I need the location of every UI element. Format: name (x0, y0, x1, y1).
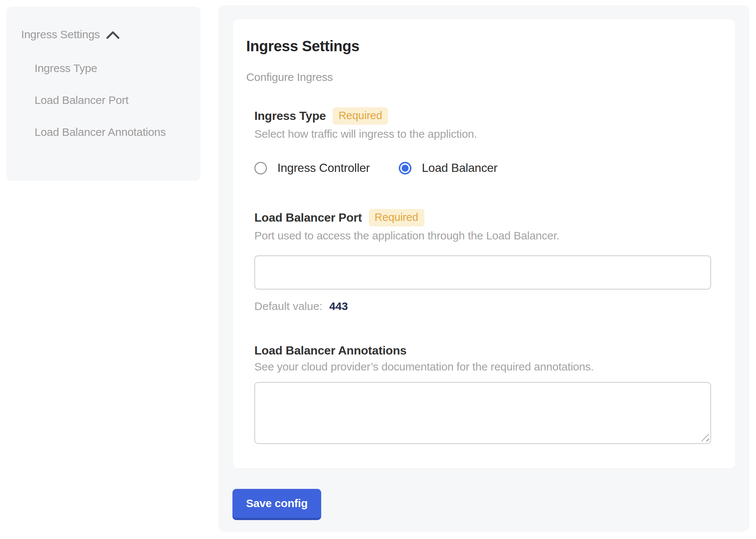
sidebar-item-load-balancer-port[interactable]: Load Balancer Port (35, 90, 168, 111)
sidebar-group-toggle[interactable]: Ingress Settings (21, 28, 186, 41)
load-balancer-annotations-textarea[interactable] (254, 382, 711, 444)
section-description: See your cloud provider’s documentation … (254, 360, 713, 373)
required-badge: Required (369, 209, 424, 226)
ingress-type-radio-group: Ingress Controller Load Balancer (254, 161, 713, 175)
section-label: Ingress Type (254, 109, 326, 123)
page: Ingress Settings Ingress Type Load Balan… (0, 0, 756, 539)
default-value-label: Default value: (254, 300, 322, 312)
settings-panel: Ingress Settings Configure Ingress Ingre… (218, 5, 749, 532)
required-badge: Required (333, 107, 388, 125)
sidebar-item-list: Ingress Type Load Balancer Port Load Bal… (35, 58, 168, 143)
chevron-up-icon[interactable] (106, 30, 120, 39)
annotations-textarea-wrap (254, 382, 711, 444)
config-sidebar: Ingress Settings Ingress Type Load Balan… (6, 7, 201, 181)
section-ingress-type: Ingress Type Required Select how traffic… (254, 107, 713, 175)
settings-card: Ingress Settings Configure Ingress Ingre… (233, 19, 735, 468)
default-value: 443 (329, 300, 348, 312)
sidebar-group-title: Ingress Settings (21, 28, 100, 41)
section-load-balancer-port: Load Balancer Port Required Port used to… (254, 209, 713, 313)
section-ingress-type-head: Ingress Type Required (254, 107, 713, 125)
section-load-balancer-annotations: Load Balancer Annotations See your cloud… (254, 344, 713, 444)
section-load-balancer-annotations-head: Load Balancer Annotations (254, 344, 713, 357)
radio-selected-icon[interactable] (399, 162, 411, 174)
section-load-balancer-port-head: Load Balancer Port Required (254, 209, 713, 226)
default-value-row: Default value: 443 (254, 300, 713, 313)
section-description: Select how traffic will ingress to the a… (254, 128, 713, 140)
radio-unselected-icon[interactable] (254, 162, 267, 174)
page-title: Ingress Settings (246, 38, 713, 55)
radio-option-load-balancer[interactable]: Load Balancer (399, 161, 498, 175)
section-label: Load Balancer Port (254, 211, 362, 225)
radio-label[interactable]: Ingress Controller (277, 161, 370, 175)
section-description: Port used to access the application thro… (254, 229, 713, 242)
section-label: Load Balancer Annotations (254, 344, 407, 357)
page-subtitle: Configure Ingress (246, 71, 713, 84)
radio-option-ingress-controller[interactable]: Ingress Controller (254, 161, 370, 175)
sidebar-item-ingress-type[interactable]: Ingress Type (35, 58, 168, 79)
load-balancer-port-input[interactable] (254, 255, 711, 290)
sidebar-item-load-balancer-annotations[interactable]: Load Balancer Annotations (35, 122, 168, 143)
radio-label[interactable]: Load Balancer (422, 161, 498, 175)
save-config-button[interactable]: Save config (232, 489, 321, 520)
